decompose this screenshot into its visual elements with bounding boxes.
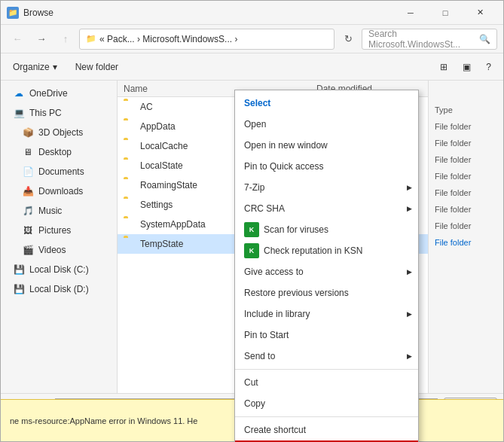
file-name-ac: AC: [140, 102, 153, 112]
ctx-include-library-label: Include in library: [244, 309, 310, 319]
organize-chevron-icon: ▾: [53, 62, 57, 72]
toolbar-right: ⊞ ▣ ?: [434, 57, 497, 77]
file-name-roamingstate: RoamingState: [140, 180, 197, 191]
address-text: « Pack... › Microsoft.WindowsS... ›: [99, 34, 237, 44]
videos-icon: 🎬: [22, 244, 34, 256]
context-menu: Select Open Open in new window Pin to Qu…: [234, 90, 419, 442]
file-name-localcache: LocalCache: [140, 141, 188, 151]
sidebar-item-onedrive[interactable]: ☁ OneDrive: [1, 84, 117, 103]
ctx-restore[interactable]: Restore previous versions: [235, 282, 418, 303]
help-button[interactable]: ?: [480, 57, 497, 77]
window-title: Browse: [23, 8, 393, 18]
navbar: ← → ↑ 📁 « Pack... › Microsoft.WindowsS..…: [1, 25, 503, 53]
organize-button[interactable]: Organize ▾: [7, 57, 63, 77]
sidebar-item-downloads[interactable]: 📥 Downloads: [1, 181, 117, 201]
browse-window: 📁 Browse ─ □ ✕ ← → ↑ 📁 « Pack... › Micro…: [0, 0, 504, 442]
sidebar-item-localdisk-c[interactable]: 💾 Local Disk (C:): [1, 260, 117, 279]
sidebar-item-localdisk-d[interactable]: 💾 Local Disk (D:): [1, 279, 117, 299]
sidebar-item-music[interactable]: 🎵 Music: [1, 201, 117, 221]
ctx-cut-label: Cut: [244, 377, 258, 388]
ctx-open-new-window-label: Open in new window: [244, 140, 328, 151]
sidebar-item-desktop[interactable]: 🖥 Desktop: [1, 142, 117, 162]
ctx-zip[interactable]: 7-Zip: [235, 177, 418, 198]
3dobjects-icon: 📦: [22, 127, 34, 139]
right-panel-item-7: File folder: [432, 234, 500, 251]
desktop-icon: 🖥: [22, 146, 34, 158]
close-button[interactable]: ✕: [463, 1, 497, 25]
ctx-check-ksn[interactable]: K Check reputation in KSN: [235, 240, 418, 261]
address-icon: 📁: [86, 34, 96, 44]
search-placeholder: Search Microsoft.WindowsSt...: [368, 29, 476, 50]
pictures-icon: 🖼: [22, 224, 34, 236]
ctx-cut[interactable]: Cut: [235, 372, 418, 393]
folder-icon: [124, 199, 136, 211]
sidebar-item-label-downloads: Downloads: [38, 186, 83, 197]
right-panel-item-2: File folder: [432, 151, 500, 168]
sidebar-item-videos[interactable]: 🎬 Videos: [1, 240, 117, 260]
ctx-check-ksn-label: Check reputation in KSN: [264, 245, 362, 256]
sidebar-item-label-documents: Documents: [38, 166, 84, 177]
ctx-create-shortcut-label: Create shortcut: [244, 425, 306, 435]
folder-icon: [124, 218, 136, 230]
ctx-give-access[interactable]: Give access to: [235, 261, 418, 282]
sidebar-item-label-videos: Videos: [38, 245, 66, 255]
downloads-icon: 📥: [22, 185, 34, 197]
documents-icon: 📄: [22, 166, 34, 178]
ctx-select[interactable]: Select: [235, 93, 418, 114]
up-button[interactable]: ↑: [55, 29, 76, 50]
address-bar[interactable]: 📁 « Pack... › Microsoft.WindowsS... ›: [79, 29, 334, 50]
sidebar-item-pictures[interactable]: 🖼 Pictures: [1, 221, 117, 240]
sidebar-item-label-music: Music: [38, 206, 62, 216]
ctx-scan-label: Scan for viruses: [264, 224, 328, 235]
sidebar-item-3dobjects[interactable]: 📦 3D Objects: [1, 123, 117, 142]
file-name-tempstate: TempState: [140, 239, 183, 249]
ctx-open-new-window[interactable]: Open in new window: [235, 135, 418, 156]
ctx-create-shortcut[interactable]: Create shortcut: [235, 419, 418, 440]
ctx-crc[interactable]: CRC SHA: [235, 198, 418, 219]
ctx-separator-2: [235, 416, 418, 417]
forward-button[interactable]: →: [31, 29, 52, 50]
sidebar-item-label-desktop: Desktop: [38, 147, 72, 157]
right-panel-item-0: File folder: [432, 118, 500, 135]
sidebar-item-label-localdisk-d: Local Disk (D:): [29, 284, 89, 294]
sidebar-item-label-onedrive: OneDrive: [29, 88, 68, 99]
ctx-pin-quick-label: Pin to Quick access: [244, 161, 323, 172]
file-name-localstate: LocalState: [140, 160, 183, 171]
new-folder-button[interactable]: New folder: [69, 57, 124, 77]
search-box[interactable]: Search Microsoft.WindowsSt... 🔍: [362, 29, 497, 50]
right-panel: Type File folder File folder File folder…: [428, 81, 503, 393]
minimize-button[interactable]: ─: [393, 1, 428, 25]
ctx-zip-label: 7-Zip: [244, 182, 264, 193]
sidebar-item-thispc[interactable]: 💻 This PC: [1, 103, 117, 123]
ctx-open[interactable]: Open: [235, 114, 418, 135]
sidebar-item-label-localdisk-c: Local Disk (C:): [29, 264, 89, 275]
ctx-send-to[interactable]: Send to: [235, 346, 418, 367]
ctx-give-access-label: Give access to: [244, 267, 304, 277]
ctx-pin-start[interactable]: Pin to Start: [235, 325, 418, 346]
ctx-open-label: Open: [244, 119, 266, 130]
ctx-scan[interactable]: K Scan for viruses: [235, 219, 418, 240]
views-button[interactable]: ⊞: [434, 57, 454, 77]
file-name-settings: Settings: [140, 200, 173, 210]
folder-icon: [124, 101, 136, 113]
thispc-icon: 💻: [13, 107, 25, 119]
ctx-pin-quick[interactable]: Pin to Quick access: [235, 156, 418, 177]
maximize-button[interactable]: □: [428, 1, 463, 25]
ctx-include-library[interactable]: Include in library: [235, 303, 418, 325]
folder-icon: [124, 179, 136, 191]
ctx-send-to-label: Send to: [244, 351, 275, 361]
sidebar-item-documents[interactable]: 📄 Documents: [1, 162, 117, 181]
back-button[interactable]: ←: [7, 29, 28, 50]
ctx-crc-label: CRC SHA: [244, 203, 285, 214]
refresh-button[interactable]: ↻: [338, 29, 359, 50]
ctx-separator-1: [235, 369, 418, 370]
pane-button[interactable]: ▣: [457, 57, 477, 77]
folder-icon: [124, 140, 136, 152]
toolbar: Organize ▾ New folder ⊞ ▣ ?: [1, 53, 503, 81]
localdisk-d-icon: 💾: [13, 283, 25, 295]
right-panel-item-5: File folder: [432, 201, 500, 218]
sidebar-item-label-3dobjects: 3D Objects: [38, 127, 83, 138]
sidebar-section: ☁ OneDrive 💻 This PC 📦 3D Objects 🖥 Desk…: [1, 81, 117, 302]
organize-label: Organize: [13, 62, 50, 72]
ctx-copy[interactable]: Copy: [235, 393, 418, 414]
